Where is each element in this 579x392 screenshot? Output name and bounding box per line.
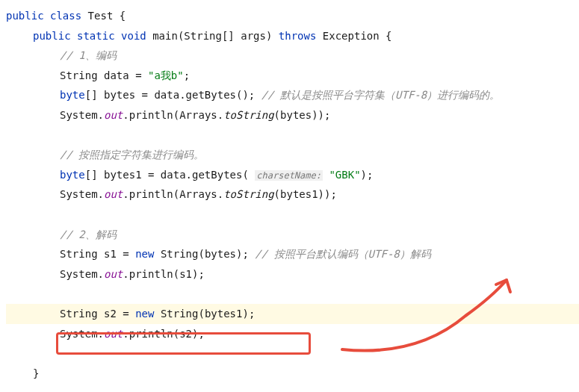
type-string-array: String[] [184,30,234,42]
param-hint: charsetName: [255,170,323,181]
keyword-static: static [77,30,115,42]
blank-line [6,125,579,146]
string-literal: "GBK" [329,169,360,181]
blank-line [6,343,579,364]
type-byte: byte [60,89,85,101]
keyword-public: public [6,10,44,22]
code-line-11: String s1 = new String(bytes); // 按照平台默认… [6,244,579,264]
comment: // 2、解码 [60,228,117,240]
code-line-3: // 1、编码 [6,46,579,66]
comment: // 默认是按照平台字符集（UTF-8）进行编码的。 [261,89,500,101]
code-line-7: // 按照指定字符集进行编码。 [6,145,579,165]
code-line-6: System.out.println(Arrays.toString(bytes… [6,105,579,125]
code-line-12: System.out.println(s1); [6,264,579,284]
keyword-class: class [50,10,81,22]
method-tostring: toString [223,188,273,200]
code-line-9: System.out.println(Arrays.toString(bytes… [6,184,579,205]
keyword-new: new [135,248,154,260]
keyword-new: new [135,308,154,320]
method-main: main( [152,30,184,42]
comment: // 按照指定字符集进行编码。 [60,149,204,161]
blank-line [6,205,579,225]
code-line-4: String data = "a我b"; [6,66,579,86]
type-string: String [60,248,98,260]
code-line-13-highlighted: String s2 = new String(bytes1); [6,304,579,324]
field-out: out [104,109,123,121]
comment: // 按照平台默认编码（UTF-8）解码 [255,248,430,260]
field-out: out [104,188,123,200]
type-string: String [60,69,98,81]
code-line-8: byte[] bytes1 = data.getBytes( charsetNa… [6,165,579,185]
code-editor: public class Test { public static void m… [6,6,579,383]
type-byte: byte [60,169,85,181]
keyword-public: public [33,30,71,42]
class-name: Test [88,10,114,22]
comment: // 1、编码 [60,49,117,61]
keyword-throws: throws [279,30,317,42]
field-out: out [104,328,123,340]
code-line-14: System.out.println(s2); [6,324,579,344]
string-literal: "a我b" [148,69,184,81]
keyword-void: void [121,30,146,42]
type-string: String [60,308,98,320]
blank-line [6,284,579,304]
code-line-5: byte[] bytes = data.getBytes(); // 默认是按照… [6,85,579,105]
code-line-1: public class Test { [6,6,579,26]
code-line-2: public static void main(String[] args) t… [6,26,579,46]
field-out: out [104,268,123,280]
method-tostring: toString [223,109,273,121]
close-brace: } [6,364,579,384]
code-line-10: // 2、解码 [6,225,579,245]
